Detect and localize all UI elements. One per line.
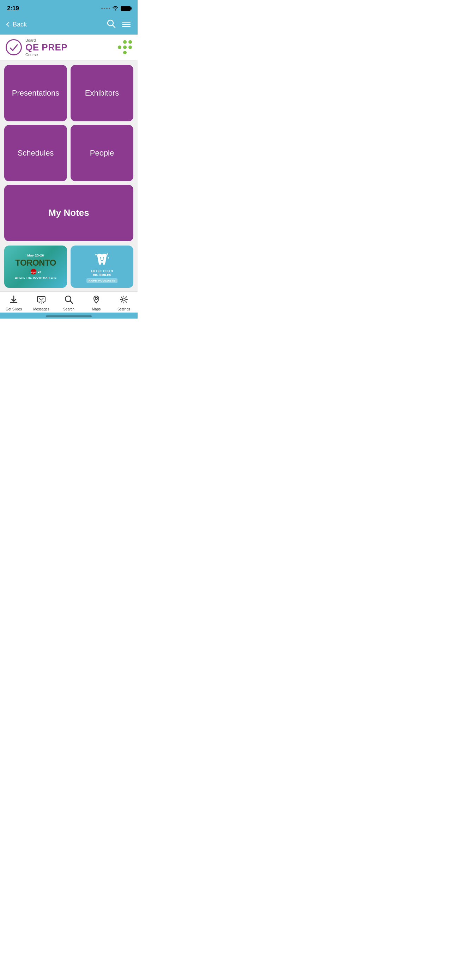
presentations-label: Presentations: [12, 89, 60, 98]
schedules-tile[interactable]: Schedules: [4, 125, 67, 181]
back-chevron-icon: [6, 22, 11, 27]
settings-icon: [119, 294, 129, 306]
logo-circle: [6, 39, 22, 56]
tab-maps[interactable]: Maps: [86, 294, 107, 311]
menu-icon[interactable]: [122, 22, 130, 27]
my-notes-tile[interactable]: My Notes: [4, 185, 134, 241]
nav-bar: Back: [0, 16, 138, 35]
tab-messages-label: Messages: [33, 307, 49, 311]
podcast-tile[interactable]: LITTLE TEETHBIG SMILES AAPD PODCASTS: [71, 245, 134, 288]
people-tile[interactable]: People: [71, 125, 134, 181]
svg-point-18: [95, 298, 97, 299]
toronto-logo: aapd 24: [30, 269, 41, 275]
svg-point-15: [43, 302, 44, 303]
logo-text: Board QE PREP Course: [25, 38, 67, 57]
status-bar: 2:19: [0, 0, 138, 16]
tab-messages[interactable]: Messages: [31, 294, 52, 311]
tab-get-slides-label: Get Slides: [6, 307, 22, 311]
svg-point-11: [103, 257, 104, 259]
svg-line-17: [70, 301, 73, 303]
download-icon: [9, 294, 19, 306]
svg-point-19: [122, 298, 125, 301]
back-button[interactable]: Back: [7, 21, 27, 28]
my-notes-label: My Notes: [48, 207, 89, 218]
logo-bar: Board QE PREP Course: [0, 35, 138, 60]
presentations-tile[interactable]: Presentations: [4, 65, 67, 121]
tooth-icon: [93, 250, 111, 268]
status-icons: [101, 6, 130, 12]
podcast-title: LITTLE TEETHBIG SMILES: [91, 269, 113, 277]
tab-settings-label: Settings: [118, 307, 130, 311]
toronto-date: May 23-26: [27, 254, 44, 257]
people-label: People: [90, 148, 114, 158]
nav-right-actions: [106, 19, 130, 30]
wifi-icon: [112, 6, 119, 12]
exhibitors-tile[interactable]: Exhibitors: [71, 65, 134, 121]
svg-point-13: [39, 302, 40, 303]
svg-text:aapd: aapd: [30, 271, 36, 274]
schedules-label: Schedules: [17, 148, 54, 158]
logo: Board QE PREP Course: [6, 38, 67, 57]
tab-settings[interactable]: Settings: [113, 294, 134, 311]
messages-icon: [37, 294, 46, 306]
exhibitors-label: Exhibitors: [85, 89, 119, 98]
svg-point-10: [100, 257, 101, 259]
tab-maps-label: Maps: [92, 307, 100, 311]
tab-bar: Get Slides Messages Search: [0, 291, 138, 313]
search-icon[interactable]: [106, 19, 116, 30]
podcast-badge: AAPD PODCASTS: [86, 278, 118, 283]
toronto-title: TORONTO: [15, 259, 56, 267]
status-time: 2:19: [7, 5, 19, 12]
logo-course-label: Course: [25, 52, 67, 57]
toronto-tile[interactable]: May 23-26 TORONTO aapd 24 WHERE THE TOOT…: [4, 245, 67, 288]
dots-decoration: [118, 40, 132, 54]
toronto-subtitle: WHERE THE TOOTH MATTERS: [15, 276, 56, 279]
search-tab-icon: [64, 294, 74, 306]
tab-get-slides[interactable]: Get Slides: [3, 294, 24, 311]
svg-rect-12: [37, 296, 45, 302]
home-bar: [46, 315, 92, 317]
logo-qeprep-label: QE PREP: [25, 42, 67, 52]
main-grid: Presentations Exhibitors Schedules Peopl…: [0, 60, 138, 245]
battery-icon: [121, 6, 130, 11]
home-indicator: [0, 313, 138, 318]
signal-icon: [101, 8, 110, 9]
back-label: Back: [13, 21, 27, 28]
svg-point-14: [41, 302, 42, 303]
svg-line-1: [113, 25, 115, 27]
tab-search-label: Search: [63, 307, 75, 311]
bottom-tiles: May 23-26 TORONTO aapd 24 WHERE THE TOOT…: [0, 245, 138, 291]
maps-icon: [91, 294, 101, 306]
tab-search[interactable]: Search: [58, 294, 79, 311]
